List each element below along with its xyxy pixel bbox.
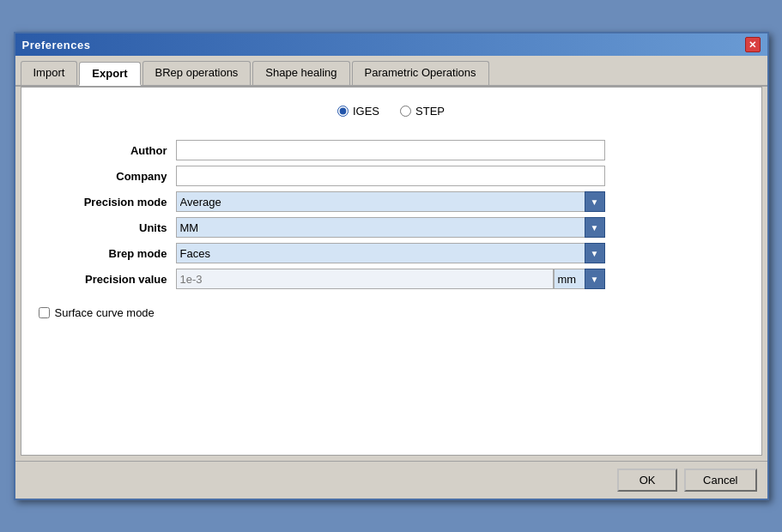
- units-select[interactable]: MM CM M INCH: [176, 217, 605, 238]
- precision-value-input[interactable]: [176, 269, 554, 289]
- brep-mode-select-wrapper: Faces Shells Solids ▼: [176, 243, 605, 263]
- format-radio-group: IGES STEP: [39, 105, 744, 118]
- brep-mode-select[interactable]: Faces Shells Solids: [176, 243, 605, 263]
- radio-iges-label: IGES: [353, 105, 379, 118]
- tab-brep[interactable]: BRep operations: [142, 61, 252, 85]
- precision-value-label: Precision value: [39, 269, 176, 289]
- units-row: Units MM CM M INCH ▼: [39, 217, 744, 238]
- surface-curve-label: Surface curve mode: [55, 306, 155, 319]
- tab-bar: Import Export BRep operations Shape heal…: [15, 56, 767, 87]
- radio-step-input[interactable]: [400, 106, 411, 117]
- precision-value-row: Precision value mm cm m in: [39, 269, 744, 289]
- ok-button[interactable]: OK: [617, 469, 677, 492]
- radio-step-label: STEP: [415, 105, 445, 118]
- author-row: Author: [39, 140, 744, 160]
- company-input[interactable]: [176, 166, 605, 186]
- title-bar: Preferences ✕: [15, 33, 767, 56]
- precision-mode-select[interactable]: Average Finest Coarsest: [176, 191, 605, 212]
- preferences-dialog: Preferences ✕ Import Export BRep operati…: [14, 32, 769, 500]
- tab-parametric[interactable]: Parametric Operations: [352, 61, 489, 85]
- company-row: Company: [39, 166, 744, 186]
- precision-mode-row: Precision mode Average Finest Coarsest ▼: [39, 191, 744, 212]
- brep-mode-label: Brep mode: [39, 243, 176, 263]
- tab-export[interactable]: Export: [79, 62, 140, 86]
- author-label: Author: [39, 140, 176, 160]
- precision-mode-select-wrapper: Average Finest Coarsest ▼: [176, 191, 605, 212]
- units-label: Units: [39, 217, 176, 238]
- author-input[interactable]: [176, 140, 605, 160]
- units-select-wrapper: MM CM M INCH ▼: [176, 217, 605, 238]
- tab-shape-healing[interactable]: Shape healing: [252, 61, 349, 85]
- dialog-title: Preferences: [22, 39, 91, 51]
- company-label: Company: [39, 166, 176, 186]
- form-table: Author Company Precision mode: [39, 135, 744, 294]
- radio-iges[interactable]: IGES: [337, 105, 379, 118]
- surface-curve-row: Surface curve mode: [39, 306, 744, 319]
- cancel-button[interactable]: Cancel: [684, 469, 756, 492]
- precision-value-wrapper: mm cm m in ▼: [176, 269, 605, 289]
- dialog-body: Import Export BRep operations Shape heal…: [15, 56, 767, 499]
- radio-step[interactable]: STEP: [400, 105, 445, 118]
- unit-select-wrapper: mm cm m in ▼: [554, 269, 605, 289]
- tab-content-export: IGES STEP Author Company: [21, 87, 762, 456]
- brep-mode-row: Brep mode Faces Shells Solids ▼: [39, 243, 744, 263]
- unit-select[interactable]: mm cm m in: [554, 269, 605, 289]
- bottom-bar: OK Cancel: [15, 461, 767, 499]
- surface-curve-checkbox[interactable]: [39, 307, 50, 318]
- precision-mode-label: Precision mode: [39, 191, 176, 212]
- close-button[interactable]: ✕: [745, 37, 761, 52]
- radio-iges-input[interactable]: [337, 106, 349, 117]
- tab-import[interactable]: Import: [21, 61, 78, 85]
